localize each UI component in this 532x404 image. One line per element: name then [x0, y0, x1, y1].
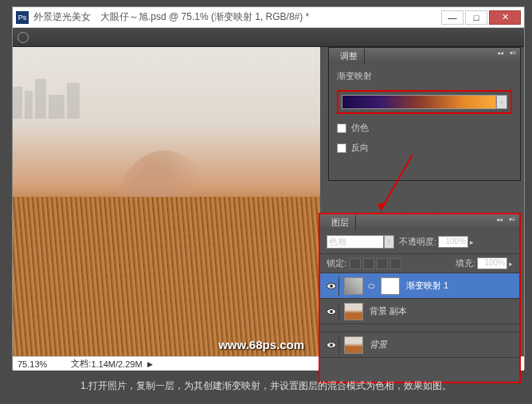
layer-row[interactable]: ⬭ 渐变映射 1 [320, 273, 519, 299]
layer-thumb[interactable] [344, 336, 363, 354]
reverse-checkbox[interactable] [337, 143, 346, 153]
window-controls: — □ ✕ [440, 10, 521, 25]
adjustment-thumb[interactable] [344, 277, 363, 295]
link-mask-icon[interactable]: ⬭ [366, 278, 376, 294]
tool-preset-icon[interactable] [18, 32, 29, 43]
document-title: 外景逆光美女 大眼仔～旭.psd @ 75.1% (渐变映射 1, RGB/8#… [33, 10, 440, 24]
dither-checkbox[interactable] [337, 124, 346, 133]
lock-transparency-icon[interactable] [350, 258, 361, 269]
adjustments-tab[interactable]: 调整 [334, 49, 365, 64]
blend-mode-dropdown-icon[interactable]: ▼ [384, 235, 394, 249]
reverse-label: 反向 [351, 142, 369, 154]
doc-size-label: 文档: [71, 358, 91, 370]
adjustments-panel: 调整 ◂◂ ▾≡ 渐变映射 ▼ 仿色 反向 [328, 47, 521, 181]
ps-window: Ps 外景逆光美女 大眼仔～旭.psd @ 75.1% (渐变映射 1, RGB… [12, 6, 525, 370]
zoom-level[interactable]: 75.13% [18, 359, 47, 369]
canvas-buildings [13, 71, 320, 119]
tutorial-caption: 1.打开照片，复制一层，为其创建渐变映射，并设置图层的混合模式为色相，效果如图。 [0, 379, 532, 393]
panel-collapse-icon[interactable]: ◂◂ [495, 49, 506, 59]
gradient-picker[interactable] [342, 95, 496, 109]
gradient-dropdown-icon[interactable]: ▼ [496, 95, 507, 109]
adjustment-type-label: 渐变映射 [337, 70, 512, 82]
panel-collapse-icon[interactable]: ◂◂ [494, 216, 505, 226]
layers-panel-header: 图层 ◂◂ ▾≡ [320, 214, 519, 230]
opacity-label: 不透明度: [399, 236, 436, 248]
doc-size-value: 1.14M/2.29M [91, 359, 142, 369]
opacity-input[interactable]: 100% [438, 236, 468, 248]
fill-label: 填充: [456, 257, 475, 269]
layer-thumb[interactable] [344, 303, 363, 320]
layer-row[interactable]: 背景 [320, 332, 519, 358]
svg-marker-1 [377, 202, 387, 210]
mask-thumb[interactable] [381, 277, 400, 295]
blend-mode-row: 色相 ▼ 不透明度: 100% ▸ [320, 230, 519, 254]
layer-row[interactable]: 背景 副本 [320, 299, 519, 324]
canvas[interactable]: www.68ps.com [13, 47, 320, 356]
visibility-icon[interactable] [327, 308, 336, 315]
adjustments-panel-header: 调整 ◂◂ ▾≡ [329, 48, 520, 64]
lock-position-icon[interactable] [377, 258, 388, 269]
layers-panel: 图层 ◂◂ ▾≡ 色相 ▼ 不透明度: 100% ▸ 锁定: [319, 213, 521, 383]
visibility-icon[interactable] [327, 283, 336, 289]
doc-info-menu-icon[interactable]: ▶ [147, 360, 153, 368]
opacity-slider-icon[interactable]: ▸ [470, 238, 474, 246]
ps-app-icon: Ps [16, 11, 29, 24]
close-button[interactable]: ✕ [489, 10, 521, 25]
title-bar: Ps 外景逆光美女 大眼仔～旭.psd @ 75.1% (渐变映射 1, RGB… [13, 7, 524, 28]
minimize-button[interactable]: — [441, 10, 464, 25]
maximize-button[interactable]: □ [465, 10, 487, 25]
option-bar [13, 28, 524, 47]
gradient-picker-highlight: ▼ [337, 90, 512, 114]
lock-row: 锁定: 填充: 100% ▸ [320, 254, 519, 273]
panel-menu-icon[interactable]: ▾≡ [507, 49, 518, 59]
canvas-grass [13, 197, 320, 356]
layer-name[interactable]: 渐变映射 1 [406, 280, 448, 292]
layers-tab[interactable]: 图层 [325, 215, 356, 230]
lock-all-icon[interactable] [390, 258, 401, 269]
visibility-icon[interactable] [327, 342, 336, 348]
blend-mode-select[interactable]: 色相 [327, 235, 384, 249]
fill-input[interactable]: 100% [477, 257, 507, 269]
work-area: www.68ps.com 调整 ◂◂ ▾≡ 渐变映射 ▼ 仿色 [13, 47, 524, 356]
lock-label: 锁定: [327, 257, 346, 269]
lock-pixels-icon[interactable] [363, 258, 374, 269]
dither-label: 仿色 [351, 122, 369, 134]
layer-name[interactable]: 背景 副本 [370, 305, 407, 317]
watermark: www.68ps.com [218, 338, 304, 351]
layer-name[interactable]: 背景 [370, 339, 387, 351]
fill-slider-icon[interactable]: ▸ [509, 260, 513, 268]
panel-menu-icon[interactable]: ▾≡ [507, 216, 518, 226]
